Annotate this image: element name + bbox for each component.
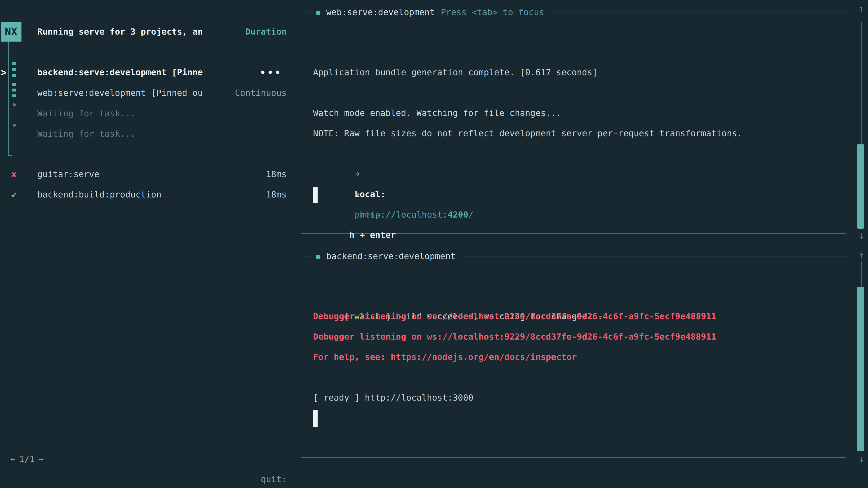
task-row-web-serve[interactable]: web:serve:development [Pinned ou Continu… [0,83,287,103]
nx-terminal-ui: { "colors": { "background": "#172830", "… [0,0,868,488]
help-hint-keys: h + enter [349,230,396,240]
output-panel-web-serve[interactable]: ● web:serve:development Press <tab> to f… [301,12,846,234]
panel-title: web:serve:development [326,7,435,17]
success-check-icon: ✔ [11,190,17,199]
pending-dot-icon [13,103,16,106]
scroll-up-icon[interactable]: ↑ [855,249,868,261]
scroll-up-icon[interactable]: ↑ [855,2,868,15]
output-line-debugger: Debugger listening on ws://localhost:922… [313,306,819,326]
output-line-watch-status: [ watch ] build succeeded, watching for … [313,286,819,306]
panel-header: ● backend:serve:development [310,246,461,266]
local-url-slash[interactable]: / [468,210,473,220]
panel-title: backend:serve:development [326,251,456,261]
cursor-line [313,408,819,428]
output-line: Application bundle generation complete. … [313,62,819,83]
running-spinner-icon [12,62,16,77]
task-row-waiting-2[interactable]: Waiting for task... [0,124,287,144]
cursor-line [313,184,819,204]
duration-column-header: Duration [204,22,287,42]
task-label: Waiting for task... [37,103,135,124]
scroll-down-icon[interactable]: ↓ [855,229,868,242]
status-dot-icon: ● [316,8,320,17]
terminal-cursor [313,410,318,427]
output-line-blank [313,83,819,103]
page-indicator: 1/1 [19,449,35,469]
next-page-arrow[interactable]: → [38,449,43,469]
nx-logo-badge: NX [1,22,22,41]
output-line-blank [313,367,819,387]
task-row-guitar-serve[interactable]: ✘ guitar:serve 18ms [0,164,287,184]
terminal-output: [ watch ] build succeeded, watching for … [313,286,819,428]
running-ellipsis-icon [261,71,279,74]
scrollbar-thumb[interactable] [857,287,864,451]
help-hint-pre: press [354,210,380,220]
pending-dot-icon [13,124,16,127]
arrow-icon: ➜ [354,169,360,179]
output-line-debugger: Debugger listening on ws://localhost:922… [313,326,819,347]
output-line: Watch mode enabled. Watching for file ch… [313,103,819,123]
prev-page-arrow[interactable]: ← [10,449,16,469]
status-dot-icon: ● [316,252,320,261]
terminal-cursor [313,187,318,203]
keyboard-shortcuts: quit: q help: ? [204,449,287,469]
output-line-ready: [ ready ] http://localhost:3000 [313,387,819,408]
output-line: NOTE: Raw file sizes do not reflect deve… [313,123,819,143]
output-line-inspector-help: For help, see: https://nodejs.org/en/doc… [313,347,819,367]
task-row-backend-serve[interactable]: > backend:serve:development [Pinne [0,62,287,83]
quit-shortcut-label: quit: [261,474,287,484]
arrow-icon: ➜ [354,189,360,199]
task-label: web:serve:development [Pinned ou [37,83,203,103]
output-line-local-url: ➜ Local: http://localhost:4200/ [313,143,819,164]
panel-header: ● web:serve:development Press <tab> to f… [310,2,550,22]
task-row-waiting-1[interactable]: Waiting for task... [0,103,287,124]
task-label: backend:serve:development [Pinne [37,62,203,83]
output-panel-backend-serve[interactable]: ● backend:serve:development [ watch ] bu… [301,256,846,458]
task-mode-continuous: Continuous [204,83,287,103]
task-duration: 18ms [204,164,287,184]
running-spinner-icon [12,83,16,97]
focus-hint: Press <tab> to focus [441,7,544,17]
scrollbar-thumb[interactable] [857,144,864,229]
pagination: ← 1/1 → [10,449,43,469]
scrollbar-track[interactable] [860,261,862,287]
local-url-port[interactable]: 4200 [447,210,468,220]
task-label: Waiting for task... [37,124,135,144]
selected-caret-icon: > [0,62,7,83]
scroll-down-icon[interactable]: ↓ [855,452,868,465]
output-line-help-hint: ➜ press h + enter to show help [313,164,819,184]
task-row-backend-build[interactable]: ✔ backend:build:production 18ms [0,184,287,205]
terminal-output: Application bundle generation complete. … [313,62,819,204]
sidebar-title: Running serve for 3 projects, an [37,22,202,42]
error-cross-icon: ✘ [11,170,17,179]
task-label: backend:build:production [37,184,161,205]
task-duration: 18ms [204,184,287,205]
scrollbar-track[interactable] [860,22,862,144]
task-label: guitar:serve [37,164,99,184]
